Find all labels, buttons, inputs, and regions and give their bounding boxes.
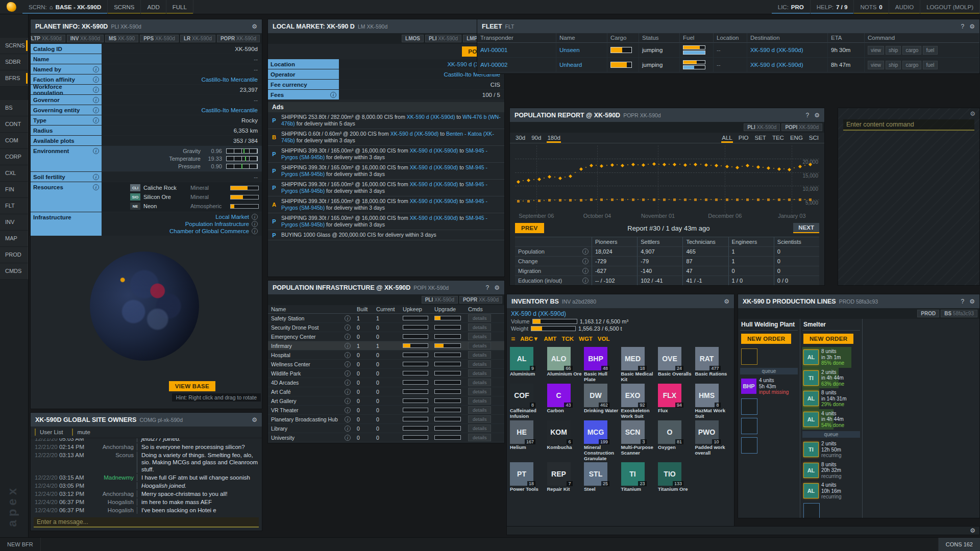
sort-abc[interactable]: ABC▼ (520, 336, 538, 342)
production-tab-prod[interactable]: PROD (917, 310, 939, 317)
ship-transponder-link[interactable]: AVI-00002 (480, 62, 508, 68)
view-base-button[interactable]: VIEW BASE (169, 381, 215, 391)
info-icon[interactable]: i (345, 324, 351, 331)
new-order-button[interactable]: NEW ORDER (741, 334, 791, 344)
info-icon[interactable]: i (345, 380, 351, 386)
inventory-header[interactable]: INVENTORY BS INV a2bd2880 ⚙ (507, 294, 734, 308)
filter-tec[interactable]: TEC (772, 134, 785, 142)
inventory-item-he[interactable]: HE167Helium (510, 420, 546, 462)
market-tab-pli[interactable]: PLI XK-590d (425, 35, 461, 42)
inventory-item-tio[interactable]: TIO133Titanium Ore (658, 462, 694, 492)
info-icon[interactable]: i (93, 184, 99, 190)
empty-slot[interactable] (741, 398, 757, 415)
ship-command-button[interactable]: ship (886, 61, 901, 69)
info-icon[interactable]: i (582, 248, 589, 255)
details-button[interactable]: details (468, 424, 491, 432)
new-bfr-button[interactable]: NEW BFR (0, 538, 41, 551)
cargo-command-button[interactable]: cargo (902, 46, 921, 55)
filter-sci[interactable]: SCI (808, 134, 819, 142)
popinfra-tab-pli[interactable]: PLI XK-590d (422, 296, 458, 304)
production-order[interactable]: TI2 units12h 50mrecurring (802, 439, 860, 460)
gear-icon[interactable]: ⚙ (252, 416, 257, 423)
topbar-tab-full[interactable]: FULL (166, 0, 193, 14)
info-icon[interactable]: i (345, 425, 351, 432)
gear-icon[interactable]: ⚙ (814, 112, 820, 119)
details-button[interactable]: details (468, 388, 491, 395)
user-list-button[interactable]: User List (35, 429, 67, 436)
inventory-item-pwo[interactable]: PWO10Padded work overall (695, 420, 731, 462)
production-order[interactable]: AL4 unitsin 4h 44m54% done (802, 409, 860, 430)
planet-tab-inv[interactable]: INV XK-590d (67, 35, 104, 42)
filter-all[interactable]: ALL (721, 134, 732, 142)
info-icon[interactable]: i (252, 214, 258, 220)
gear-icon[interactable]: ⚙ (252, 23, 257, 30)
market-ad[interactable]: PSHIPPING 399.30t / 165.00m³ @ 16,000.00… (268, 213, 504, 230)
help-icon[interactable]: ? (486, 284, 489, 291)
inventory-item-kom[interactable]: KOM6Kombucha (547, 420, 583, 462)
info-icon[interactable]: i (345, 315, 351, 321)
sidebar-item-fin[interactable]: FIN (0, 182, 28, 198)
details-button[interactable]: details (468, 397, 491, 405)
infrastructure-link[interactable]: Population Infrastructure (185, 221, 249, 227)
sidebar-item-bs[interactable]: BS (0, 100, 28, 116)
fuel-command-button[interactable]: fuel (923, 61, 937, 69)
details-button[interactable]: details (468, 379, 491, 386)
topbar-tab-lic[interactable]: LIC:PRO (772, 0, 811, 14)
gear-icon[interactable]: ⚙ (969, 298, 975, 305)
topbar-tab-scrns[interactable]: SCRNS (108, 0, 141, 14)
info-icon[interactable]: i (345, 343, 351, 349)
filter-pio[interactable]: PIO (738, 134, 749, 142)
ad-link[interactable]: XK-590 d (XK-590d) (410, 164, 458, 170)
prev-report-button[interactable]: PREV (515, 223, 544, 233)
fuel-command-button[interactable]: fuel (923, 46, 937, 55)
gear-icon[interactable]: ⚙ (969, 23, 975, 30)
planet-globe-area[interactable]: VIEW BASE Hint: Right click and drag to … (31, 236, 262, 409)
view-command-button[interactable]: view (868, 46, 884, 55)
sidebar-item-com[interactable]: COM (0, 133, 28, 149)
sidebar-item-sdbr[interactable]: SDBR (0, 54, 28, 70)
info-icon[interactable]: i (345, 416, 351, 422)
inventory-item-o[interactable]: O81Oxygen (658, 420, 694, 462)
inventory-item-dw[interactable]: DW462Drinking Water (584, 384, 620, 419)
info-icon[interactable]: i (252, 228, 258, 234)
details-button[interactable]: details (468, 351, 491, 359)
infrastructure-link[interactable]: Local Market (215, 214, 249, 220)
info-icon[interactable]: i (582, 278, 589, 284)
local-market-header[interactable]: LOCAL MARKET: XK-590 D LM XK-590d ? ⚙ (268, 19, 504, 33)
sort-amt[interactable]: AMT (544, 336, 556, 342)
sidebar-item-map[interactable]: MAP (0, 231, 28, 247)
inventory-item-scn[interactable]: SCN3Multi-Purpose Scanner (621, 420, 657, 462)
sidebar-item-cmds[interactable]: CMDS (0, 263, 28, 280)
info-icon[interactable]: i (330, 92, 336, 98)
topbar-tab-nots[interactable]: NOTS0 (854, 0, 889, 14)
info-icon[interactable]: i (93, 87, 99, 93)
details-button[interactable]: details (468, 406, 491, 414)
planet-tab-fltp[interactable]: FLTP XK-590d (30, 35, 65, 42)
topbar-tab-logoutmolp[interactable]: LOGOUT (MOLP) (920, 0, 980, 14)
popinfra-tab-popr[interactable]: POPR XK-590d (459, 296, 502, 304)
inventory-item-c[interactable]: C43Carbon (547, 384, 583, 419)
production-order[interactable]: AL8 unitsin 3h 1m85% done (802, 347, 860, 368)
filter-eng[interactable]: ENG (790, 134, 803, 142)
inventory-item-rat[interactable]: RAT477Basic Rations (695, 347, 731, 383)
gear-icon[interactable]: ⚙ (494, 284, 500, 291)
inventory-item-rep[interactable]: REP7Repair Kit (547, 462, 583, 492)
gear-icon[interactable]: ⚙ (970, 110, 975, 117)
inventory-item-stl[interactable]: STL25Steel (584, 462, 620, 492)
info-icon[interactable]: i (345, 389, 351, 395)
ad-link[interactable]: XK-590 d (XK-590d) (410, 147, 458, 154)
market-ad[interactable]: ASHIPPING 399.30t / 165.00m³ @ 18,000.00… (268, 196, 504, 213)
filter-set[interactable]: SET (754, 134, 767, 142)
planet-tab-popr[interactable]: POPR XK-590d (217, 35, 260, 42)
chat-header[interactable]: XK-590D GLOBAL SITE OWNERS COMG pl-xk-59… (31, 413, 262, 427)
mute-button[interactable]: mute (72, 429, 94, 436)
range-90d[interactable]: 90d (531, 134, 542, 142)
topbar-tab-add[interactable]: ADD (141, 0, 166, 14)
population-report-header[interactable]: POPULATION REPORT @ XK-590D POPR XK-590d… (510, 108, 824, 122)
details-button[interactable]: details (468, 415, 491, 423)
ship-name-link[interactable]: Unseen (559, 47, 580, 53)
inventory-item-mcg[interactable]: MCG199Mineral Construction Granulate (584, 420, 620, 462)
info-icon[interactable]: i (582, 268, 589, 274)
empty-slot[interactable] (741, 437, 757, 454)
market-ad[interactable]: PSHIPPING 399.30t / 165.00m³ @ 16,000.00… (268, 163, 504, 180)
